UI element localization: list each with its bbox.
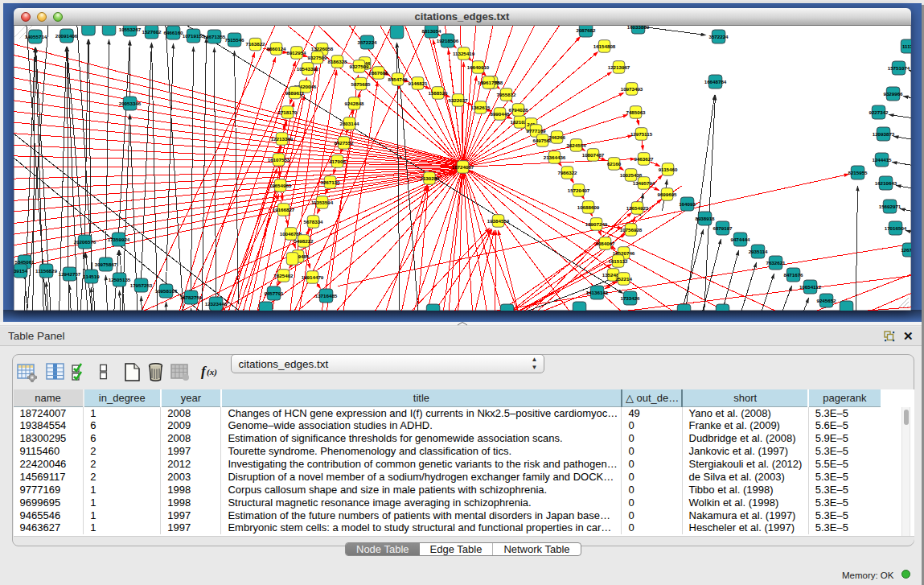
svg-text:8471676: 8471676 [783, 272, 803, 278]
svg-text:2087682: 2087682 [576, 27, 596, 33]
svg-text:1733426: 1733426 [620, 295, 640, 301]
svg-text:8186328: 8186328 [327, 59, 347, 64]
svg-text:39154: 39154 [14, 268, 28, 274]
svg-text:1362615: 1362615 [470, 105, 491, 110]
svg-text:7625402: 7625402 [273, 273, 294, 278]
svg-text:7485063: 7485063 [626, 109, 646, 115]
svg-text:17957253: 17957253 [129, 282, 152, 288]
svg-text:15720407: 15720407 [567, 187, 589, 193]
svg-text:15751074: 15751074 [887, 65, 910, 71]
svg-text:9457791: 9457791 [264, 290, 284, 296]
svg-text:12093873: 12093873 [872, 131, 894, 137]
svg-text:15692971: 15692971 [878, 204, 901, 209]
svg-text:16648784: 16648784 [704, 79, 726, 84]
svg-text:3624554: 3624554 [566, 142, 586, 148]
svg-text:3572224: 3572224 [357, 39, 377, 45]
svg-text:114519: 114519 [83, 274, 100, 279]
svg-text:7986322: 7986322 [557, 170, 577, 175]
svg-text:16671355: 16671355 [203, 34, 225, 39]
svg-text:16782759: 16782759 [179, 295, 202, 300]
svg-text:8215955: 8215955 [848, 170, 868, 175]
svg-text:1244415: 1244415 [872, 157, 892, 163]
svg-text:20053346: 20053346 [118, 101, 141, 106]
svg-text:9889611: 9889611 [285, 90, 304, 96]
svg-text:5345061: 5345061 [14, 259, 35, 265]
svg-text:7955812: 7955812 [496, 92, 516, 97]
svg-text:1117: 1117 [901, 43, 910, 49]
svg-text:16640910: 16640910 [466, 64, 489, 70]
svg-text:2130285: 2130285 [420, 175, 440, 181]
svg-text:8938918: 8938918 [695, 216, 715, 221]
svg-text:16107553: 16107553 [267, 157, 290, 163]
svg-text:12213967: 12213967 [607, 64, 630, 70]
svg-text:12323446: 12323446 [204, 301, 227, 307]
svg-text:10654112: 10654112 [799, 284, 821, 290]
svg-text:2935114: 2935114 [748, 249, 767, 254]
svg-text:30975867: 30975867 [94, 262, 117, 267]
svg-text:20091406: 20091406 [55, 33, 77, 39]
svg-text:8813054: 8813054 [421, 28, 441, 34]
svg-text:13495794: 13495794 [632, 180, 655, 186]
svg-text:10553267: 10553267 [118, 27, 141, 32]
svg-text:10688609: 10688609 [577, 204, 599, 210]
svg-text:13654923: 13654923 [626, 205, 648, 211]
svg-text:9242848: 9242848 [344, 101, 364, 106]
svg-text:9463627: 9463627 [634, 156, 654, 162]
svg-text:62160: 62160 [606, 161, 621, 167]
svg-text:10958107: 10958107 [154, 288, 177, 294]
svg-text:13226058: 13226058 [310, 46, 333, 51]
svg-text:1588520: 1588520 [428, 90, 448, 96]
svg-text:8454749: 8454749 [388, 76, 408, 82]
svg-text:10756928: 10756928 [619, 227, 642, 233]
svg-text:252214: 252214 [615, 276, 632, 282]
svg-text:6794028: 6794028 [508, 107, 528, 113]
svg-text:17016504: 17016504 [884, 225, 906, 231]
svg-text:164093: 164093 [679, 201, 696, 207]
svg-text:9327509: 9327509 [307, 55, 327, 60]
svg-text:12975115: 12975115 [630, 131, 652, 137]
svg-text:9777169: 9777169 [526, 128, 546, 134]
svg-text:14136141: 14136141 [585, 290, 608, 295]
svg-text:2803144: 2803144 [339, 121, 359, 126]
svg-text:9115460: 9115460 [658, 167, 677, 172]
svg-text:5678334: 5678334 [303, 219, 323, 225]
svg-text:5322037: 5322037 [448, 97, 468, 103]
svg-text:16210643: 16210643 [874, 180, 897, 186]
svg-text:16154808: 16154808 [593, 43, 615, 49]
svg-text:16033809: 16033809 [626, 26, 649, 30]
svg-text:(x): (x) [207, 367, 217, 377]
svg-text:10025438: 10025438 [619, 172, 642, 178]
svg-text:8427552: 8427552 [334, 140, 354, 146]
svg-text:1527602: 1527602 [142, 29, 162, 35]
svg-text:8990448: 8990448 [490, 111, 510, 117]
svg-text:18907249: 18907249 [585, 221, 607, 227]
svg-text:9245652: 9245652 [816, 298, 836, 303]
svg-text:16914479: 16914479 [301, 274, 323, 280]
svg-text:9699695: 9699695 [657, 192, 677, 197]
svg-text:417006: 417006 [329, 159, 346, 164]
svg-text:7163822: 7163822 [245, 41, 265, 47]
svg-text:19384554: 19384554 [487, 218, 509, 224]
svg-text:9084067: 9084067 [595, 241, 615, 246]
svg-text:12213369: 12213369 [270, 136, 293, 142]
svg-text:12942757: 12942757 [58, 271, 80, 277]
svg-text:5875685: 5875685 [351, 81, 371, 87]
svg-text:11353594: 11353594 [310, 200, 333, 205]
svg-text:18724007: 18724007 [451, 164, 474, 170]
svg-text:3267130: 3267130 [320, 179, 340, 185]
svg-text:10543392: 10543392 [296, 66, 318, 72]
svg-text:6879197: 6879197 [713, 225, 733, 231]
svg-text:9474444: 9474444 [730, 237, 750, 242]
svg-text:9327509: 9327509 [349, 64, 369, 69]
svg-text:19654963: 19654963 [269, 183, 291, 188]
svg-text:9146821: 9146821 [408, 80, 428, 86]
svg-text:7515546: 7515546 [224, 37, 244, 43]
svg-text:9227342: 9227342 [869, 109, 889, 115]
svg-text:3572224: 3572224 [708, 34, 729, 39]
svg-text:12505135: 12505135 [108, 277, 130, 282]
svg-text:2718170: 2718170 [277, 109, 298, 115]
svg-text:6466160: 6466160 [163, 30, 183, 35]
svg-text:8660124: 8660124 [266, 46, 286, 51]
svg-text:16961758: 16961758 [477, 80, 499, 85]
svg-text:9329966: 9329966 [883, 91, 903, 97]
